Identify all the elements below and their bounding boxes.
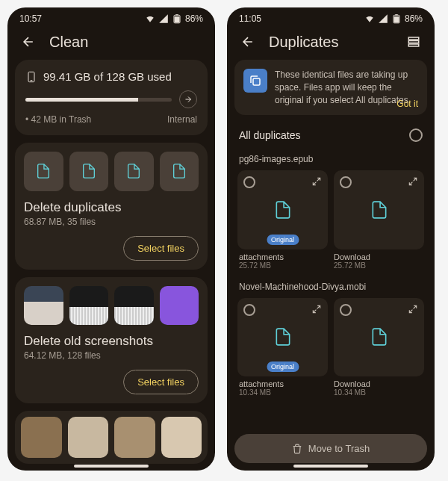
storage-card[interactable]: 99.41 GB of 128 GB used 42 MB in Trash I…	[15, 60, 208, 135]
page-title: Clean	[49, 34, 203, 51]
folder-name: attachments	[239, 252, 328, 261]
thumb-peek[interactable]	[161, 417, 202, 458]
back-button[interactable]	[239, 33, 257, 51]
duplicate-tile[interactable]: Original	[237, 170, 328, 249]
all-duplicates-label: All duplicates	[239, 129, 301, 141]
svg-rect-9	[408, 41, 419, 43]
status-time: 11:05	[239, 13, 261, 24]
battery-icon	[391, 13, 402, 24]
battery-percent: 86%	[405, 13, 423, 24]
file-icon	[171, 163, 187, 179]
file-icon	[35, 163, 52, 179]
phone-clean: 10:57 86% Clean 99.41 GB of 128 GB used	[7, 7, 215, 471]
screenshot-thumb[interactable]	[114, 286, 154, 326]
expand-icon	[311, 304, 322, 314]
expand-icon	[311, 176, 322, 187]
status-bar: 10:57 86%	[7, 7, 215, 27]
phone-icon	[25, 71, 37, 83]
banner-dismiss[interactable]: Got it	[396, 99, 418, 109]
status-bar: 11:05 86%	[227, 7, 435, 27]
select-radio[interactable]	[243, 304, 255, 316]
file-icon	[273, 327, 293, 347]
page-title: Duplicates	[269, 34, 393, 51]
file-thumb[interactable]	[24, 152, 63, 191]
move-to-trash-label: Move to Trash	[308, 443, 370, 454]
info-banner: These identical files are taking up spac…	[234, 60, 427, 115]
trash-info: 42 MB in Trash	[25, 114, 91, 125]
thumb-peek[interactable]	[68, 417, 109, 458]
thumb-peek[interactable]	[114, 417, 155, 458]
storage-used-text: 99.41 GB of 128 GB used	[43, 70, 172, 83]
file-thumb[interactable]	[114, 152, 154, 191]
storage-progress-fill	[25, 98, 138, 102]
select-radio[interactable]	[340, 304, 352, 316]
wifi-icon	[364, 13, 375, 24]
screenshot-thumb[interactable]	[160, 286, 199, 326]
select-screenshots-button[interactable]: Select files	[123, 370, 199, 394]
file-thumb[interactable]	[160, 152, 199, 191]
view-toggle-button[interactable]	[405, 33, 423, 51]
duplicate-group-row: Original	[234, 170, 427, 249]
storage-progress	[25, 98, 172, 102]
screenshots-title: Delete old screenshots	[24, 334, 199, 349]
svg-rect-1	[174, 16, 179, 22]
status-icons: 86%	[145, 13, 203, 24]
status-icons: 86%	[364, 13, 423, 24]
signal-icon	[378, 13, 388, 24]
file-size: 25.72 MB	[239, 261, 328, 270]
back-button[interactable]	[19, 33, 37, 51]
duplicate-tile[interactable]: Original	[237, 298, 328, 376]
file-size: 25.72 MB	[334, 261, 423, 270]
all-duplicates-row[interactable]: All duplicates	[234, 121, 427, 149]
duplicate-group-row: Original	[234, 298, 427, 376]
clean-content: 99.41 GB of 128 GB used 42 MB in Trash I…	[7, 60, 215, 471]
original-badge: Original	[267, 235, 299, 245]
group-title: pg86-images.epub	[234, 149, 427, 170]
folder-name: Download	[334, 379, 423, 388]
file-icon	[125, 163, 142, 179]
svg-rect-2	[175, 14, 178, 15]
duplicates-content: These identical files are taking up spac…	[227, 60, 435, 429]
screenshot-thumb[interactable]	[69, 286, 109, 326]
select-duplicates-button[interactable]: Select files	[123, 236, 199, 261]
storage-details-button[interactable]	[179, 90, 197, 108]
file-size: 10.34 MB	[239, 388, 328, 397]
expand-button[interactable]	[408, 304, 418, 317]
screenshots-sub: 64.12 MB, 128 files	[24, 350, 199, 361]
duplicate-tile[interactable]	[334, 170, 424, 249]
duplicates-card: Delete duplicates 68.87 MB, 35 files Sel…	[15, 143, 208, 270]
svg-rect-10	[408, 44, 419, 46]
move-to-trash-button[interactable]: Move to Trash	[234, 434, 427, 463]
duplicate-labels: attachments 10.34 MB Download 10.34 MB	[234, 376, 427, 404]
select-radio[interactable]	[243, 176, 255, 188]
svg-rect-7	[395, 14, 398, 15]
expand-button[interactable]	[311, 176, 322, 190]
banner-icon	[243, 69, 267, 93]
file-icon	[81, 163, 97, 179]
home-indicator[interactable]	[293, 465, 368, 468]
svg-rect-6	[393, 16, 399, 22]
svg-rect-8	[408, 37, 419, 40]
svg-rect-11	[253, 78, 260, 85]
arrow-left-icon	[240, 34, 255, 49]
battery-percent: 86%	[185, 13, 203, 24]
list-view-icon	[407, 35, 420, 49]
file-icon	[370, 200, 389, 220]
folder-name: Download	[334, 252, 423, 261]
arrow-right-icon	[184, 95, 193, 104]
file-icon	[273, 200, 293, 220]
select-all-radio[interactable]	[409, 128, 423, 142]
screenshot-thumb[interactable]	[24, 286, 63, 326]
expand-button[interactable]	[408, 176, 418, 190]
duplicate-tile[interactable]	[334, 298, 424, 376]
select-radio[interactable]	[340, 176, 352, 188]
screenshot-thumbs	[24, 286, 199, 326]
folder-name: attachments	[239, 379, 328, 388]
file-icon	[370, 327, 389, 347]
duplicate-labels: attachments 25.72 MB Download 25.72 MB	[234, 249, 427, 277]
next-card-peek	[15, 411, 208, 464]
thumb-peek[interactable]	[21, 417, 62, 458]
expand-button[interactable]	[311, 304, 322, 317]
home-indicator[interactable]	[74, 465, 149, 468]
file-thumb[interactable]	[69, 152, 109, 191]
